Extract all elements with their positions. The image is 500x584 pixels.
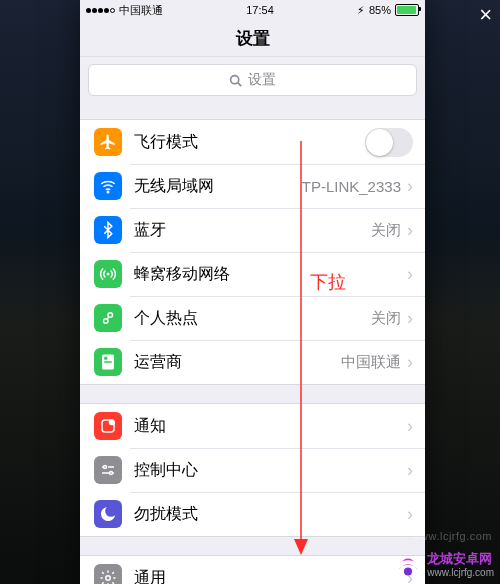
cell-label: 蜂窝移动网络 [134,264,407,285]
cell-carrier[interactable]: 运营商中国联通› [80,340,425,384]
cell-value: 中国联通 [341,353,401,372]
chevron-right-icon: › [407,221,413,239]
chevron-right-icon: › [407,461,413,479]
watermark-url: www.lcjrfg.com [412,530,492,542]
svg-point-17 [404,567,412,575]
footer-logo-icon [395,552,421,578]
cell-general[interactable]: 通用› [80,556,425,584]
settings-group: 通知›控制中心›勿扰模式› [80,403,425,537]
svg-point-7 [109,419,115,425]
chevron-right-icon: › [407,417,413,435]
cell-hotspot[interactable]: 个人热点关闭› [80,296,425,340]
svg-point-0 [231,75,239,83]
settings-group: 飞行模式无线局域网TP-LINK_2333›蓝牙关闭›蜂窝移动网络›个人热点关闭… [80,119,425,385]
chevron-right-icon: › [407,265,413,283]
svg-point-8 [104,466,107,469]
svg-point-11 [110,472,113,475]
cell-value: 关闭 [371,221,401,240]
cell-value: TP-LINK_2333 [302,178,401,195]
search-wrap: 设置 [80,57,425,105]
status-time: 17:54 [246,4,274,16]
cell-dnd[interactable]: 勿扰模式› [80,492,425,536]
chevron-right-icon: › [407,177,413,195]
signal-icon [86,8,115,13]
status-bar: 中国联通 17:54 ⚡︎ 85% [80,0,425,20]
wifi-icon [94,172,122,200]
search-input[interactable]: 设置 [88,64,417,96]
status-battery-pct: 85% [369,4,391,16]
search-icon [229,74,242,87]
cellular-icon [94,260,122,288]
navbar: 设置 [80,20,425,57]
chevron-right-icon: › [407,505,413,523]
bluetooth-icon [94,216,122,244]
svg-point-14 [106,576,111,581]
cell-label: 运营商 [134,352,341,373]
svg-point-3 [107,273,110,276]
cell-label: 飞行模式 [134,132,365,153]
chevron-right-icon: › [407,309,413,327]
cell-label: 无线局域网 [134,176,302,197]
footer-watermark: 龙城安卓网 www.lcjrfg.com [395,552,494,578]
carrier-icon [94,348,122,376]
cell-wifi[interactable]: 无线局域网TP-LINK_2333› [80,164,425,208]
cell-value: 关闭 [371,309,401,328]
cell-cellular[interactable]: 蜂窝移动网络› [80,252,425,296]
battery-icon [395,4,419,16]
charging-icon: ⚡︎ [357,4,365,17]
cell-label: 蓝牙 [134,220,371,241]
footer-brand: 龙城安卓网 [427,552,494,566]
dnd-icon [94,500,122,528]
footer-url: www.lcjrfg.com [427,567,494,578]
hotspot-icon [94,304,122,332]
airplane-switch[interactable] [365,128,413,157]
airplane-icon [94,128,122,156]
cell-airplane[interactable]: 飞行模式 [80,120,425,164]
cell-controlcenter[interactable]: 控制中心› [80,448,425,492]
notifications-icon [94,412,122,440]
controlcenter-icon [94,456,122,484]
chevron-right-icon: › [407,353,413,371]
cell-label: 通知 [134,416,407,437]
svg-point-2 [107,191,109,193]
status-carrier: 中国联通 [119,3,163,18]
phone-frame: 中国联通 17:54 ⚡︎ 85% 设置 设置 飞行模式无线局域网TP-LINK… [80,0,425,584]
cell-label: 勿扰模式 [134,504,407,525]
cell-bluetooth[interactable]: 蓝牙关闭› [80,208,425,252]
cell-label: 个人热点 [134,308,371,329]
cell-label: 通用 [134,568,407,585]
annotation-text: 下拉 [310,270,346,294]
general-icon [94,564,122,584]
page-title: 设置 [236,27,270,50]
settings-group: 通用› [80,555,425,584]
svg-line-1 [238,82,241,85]
cell-notifications[interactable]: 通知› [80,404,425,448]
search-placeholder: 设置 [248,71,276,89]
close-icon[interactable]: × [479,4,492,26]
cell-label: 控制中心 [134,460,407,481]
background: × 中国联通 17:54 ⚡︎ 85% 设置 设置 [0,0,500,584]
